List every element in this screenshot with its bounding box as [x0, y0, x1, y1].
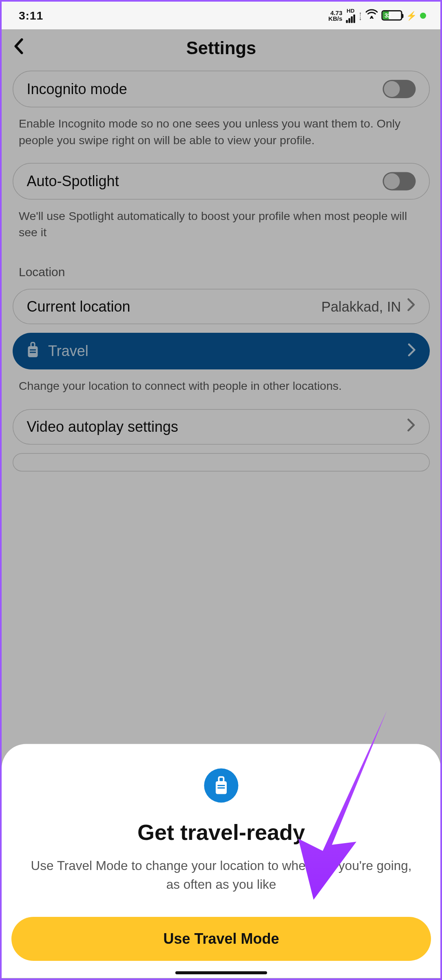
cellular-signal-icon [346, 15, 356, 23]
network-speed: 4.73 KB/s [328, 10, 342, 21]
svg-point-0 [371, 16, 373, 18]
status-time: 3:11 [19, 9, 43, 22]
home-indicator[interactable] [175, 971, 267, 975]
sheet-title: Get travel-ready [11, 820, 431, 846]
travel-mode-sheet: Get travel-ready Use Travel Mode to chan… [2, 744, 440, 978]
hd-indicator: HD [347, 8, 355, 14]
sheet-description: Use Travel Mode to change your location … [11, 857, 431, 894]
suitcase-circle-icon [204, 769, 239, 803]
wifi-icon [366, 9, 378, 22]
data-arrows-icon: ↑↓ [359, 11, 362, 20]
status-bar: 3:11 4.73 KB/s HD ↑↓ 32 ⚡ [2, 2, 440, 29]
use-travel-mode-button[interactable]: Use Travel Mode [11, 917, 431, 961]
charging-icon: ⚡ [406, 11, 417, 20]
privacy-dot-icon [420, 12, 426, 18]
battery-icon: 32 [382, 10, 402, 21]
svg-rect-6 [219, 777, 224, 782]
